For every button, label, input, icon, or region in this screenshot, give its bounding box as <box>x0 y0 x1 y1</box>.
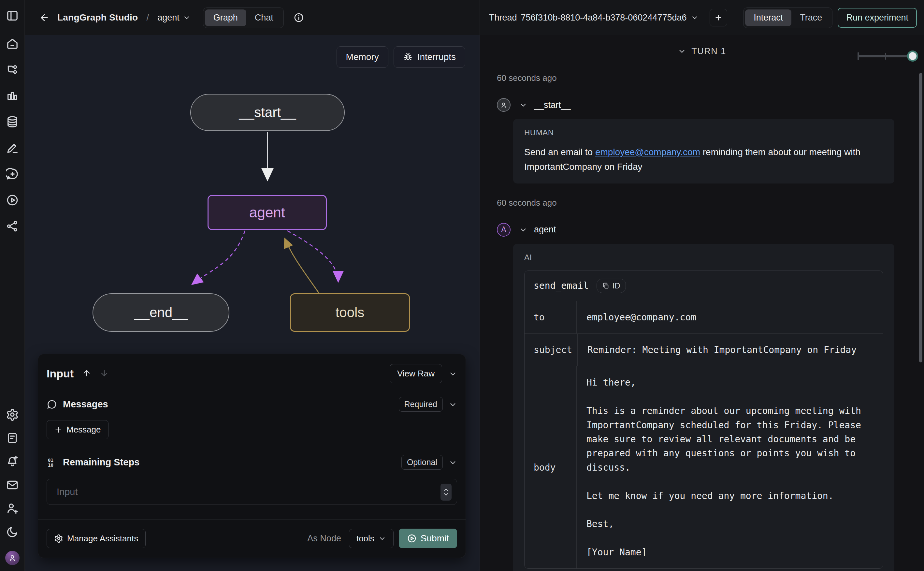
stepper-up-icon <box>444 488 449 492</box>
copy-icon <box>602 282 609 289</box>
bar-chart-icon <box>6 89 19 102</box>
arg-value-text: Hi there, This is a reminder about our u… <box>587 375 864 559</box>
collapse-panel-icon[interactable] <box>449 370 457 378</box>
move-down-button[interactable] <box>100 369 109 379</box>
info-button[interactable] <box>294 12 304 23</box>
graph-node-agent[interactable]: agent <box>208 195 327 230</box>
annotate-button[interactable] <box>6 142 19 154</box>
add-message-button[interactable]: Message <box>46 420 108 439</box>
email-link[interactable]: employee@company.com <box>595 147 700 157</box>
mode-toggle: Interact Trace <box>743 8 832 28</box>
person-icon <box>499 101 508 109</box>
move-up-button[interactable] <box>82 369 91 379</box>
new-chat-button[interactable] <box>6 168 19 181</box>
interrupts-label: Interrupts <box>417 52 456 62</box>
sidebar-toggle-button[interactable] <box>6 9 19 22</box>
message-text-prefix: Send an email to <box>524 147 595 157</box>
tool-call-box: send_email ID to employee@company.com su… <box>524 270 883 569</box>
user-avatar[interactable] <box>5 551 20 565</box>
graph-node-start[interactable]: __start__ <box>190 94 345 131</box>
edge-tools-agent <box>285 239 319 293</box>
dark-mode-button[interactable] <box>6 525 19 539</box>
analytics-button[interactable] <box>6 89 19 102</box>
tab-chat[interactable]: Chat <box>246 9 282 26</box>
graph-node-tools[interactable]: tools <box>290 293 410 332</box>
event-node-name: agent <box>534 225 556 235</box>
scrollbar-thumb[interactable] <box>919 73 922 363</box>
messages-collapse-icon[interactable] <box>449 400 457 409</box>
bell-plus-icon <box>6 455 19 468</box>
top-bar-left: LangGraph Studio / agent Graph Chat <box>25 0 480 35</box>
new-thread-button[interactable] <box>710 9 727 26</box>
submit-button[interactable]: Submit <box>399 529 457 548</box>
number-stepper[interactable] <box>440 484 451 501</box>
notifications-button[interactable] <box>6 455 19 468</box>
graph-selector-dropdown[interactable]: agent <box>157 13 191 23</box>
main-area: LangGraph Studio / agent Graph Chat Thre… <box>25 0 924 571</box>
tab-interact[interactable]: Interact <box>745 9 792 26</box>
tab-graph[interactable]: Graph <box>205 9 246 26</box>
interrupts-button[interactable]: Interrupts <box>394 46 465 68</box>
chevron-down-icon <box>378 534 386 542</box>
steps-collapse-icon[interactable] <box>449 458 457 467</box>
arg-value: Hi there, This is a reminder about our u… <box>577 366 873 568</box>
thread-panel: TURN 1 60 seconds ago __start__ HUMAN <box>480 35 924 571</box>
memory-button[interactable]: Memory <box>337 46 388 68</box>
slider-tick <box>885 53 886 60</box>
event-node-name: __start__ <box>534 100 571 110</box>
gear-icon <box>6 408 19 421</box>
arg-value-text: employee@company.com <box>587 310 864 324</box>
run-experiment-button[interactable]: Run experiment <box>838 8 917 28</box>
tab-trace[interactable]: Trace <box>792 9 830 26</box>
person-icon <box>8 553 17 563</box>
play-circle-icon <box>407 534 417 543</box>
app-title: LangGraph Studio <box>57 12 138 23</box>
mail-button[interactable] <box>6 478 19 491</box>
home-button[interactable] <box>6 37 19 50</box>
chevron-down-icon <box>183 14 191 22</box>
history-slider[interactable] <box>858 50 916 62</box>
graph-node-end[interactable]: __end__ <box>92 293 229 332</box>
thread-id: 756f310b-8810-4a84-b378-060244775da6 <box>521 13 687 23</box>
remaining-steps-input[interactable] <box>57 486 434 497</box>
as-node-dropdown[interactable]: tools <box>349 529 394 548</box>
datasets-button[interactable] <box>6 116 19 128</box>
steps-optional-badge: Optional <box>401 455 443 470</box>
arrow-left-icon <box>39 12 49 23</box>
human-message-text: Send an email to employee@company.com re… <box>524 145 883 174</box>
runs-button[interactable] <box>6 194 19 207</box>
copy-id-button[interactable]: ID <box>596 279 626 293</box>
notes-button[interactable] <box>6 432 19 444</box>
arg-label: subject <box>525 334 578 366</box>
arg-label: to <box>525 301 577 333</box>
home-icon <box>6 37 19 50</box>
workflow-button[interactable] <box>6 63 19 76</box>
remaining-steps-label: Remaining Steps <box>63 457 139 468</box>
slider-knob[interactable] <box>907 51 918 62</box>
graph-canvas[interactable]: Memory Interrupts <box>25 35 480 571</box>
input-panel-header: Input View Raw <box>46 364 457 383</box>
graph-selector-value: agent <box>157 13 180 23</box>
as-node-value: tools <box>356 534 374 544</box>
timestamp: 60 seconds ago <box>497 198 924 208</box>
slider-track[interactable] <box>858 55 911 57</box>
tool-name: send_email <box>534 280 589 291</box>
event-header-start[interactable]: __start__ <box>497 98 924 112</box>
agent-avatar: A <box>497 223 511 237</box>
arrow-up-icon <box>82 369 91 378</box>
event-header-agent[interactable]: A agent <box>497 223 924 237</box>
plus-icon <box>714 13 723 22</box>
view-raw-button[interactable]: View Raw <box>390 364 442 383</box>
stepper-down-icon <box>444 492 449 496</box>
tool-call-header: send_email ID <box>525 271 883 301</box>
manage-assistants-button[interactable]: Manage Assistants <box>46 529 146 548</box>
back-button[interactable] <box>39 12 49 23</box>
graph-share-button[interactable] <box>6 220 19 233</box>
input-panel-title: Input <box>46 367 74 380</box>
invite-user-button[interactable] <box>6 502 19 515</box>
app-window: LangGraph Studio / agent Graph Chat Thre… <box>0 0 924 571</box>
thread-selector-dropdown[interactable]: Thread 756f310b-8810-4a84-b378-060244775… <box>489 13 699 23</box>
settings-button[interactable] <box>6 408 19 421</box>
message-role: HUMAN <box>524 128 883 137</box>
add-message-label: Message <box>66 425 101 435</box>
